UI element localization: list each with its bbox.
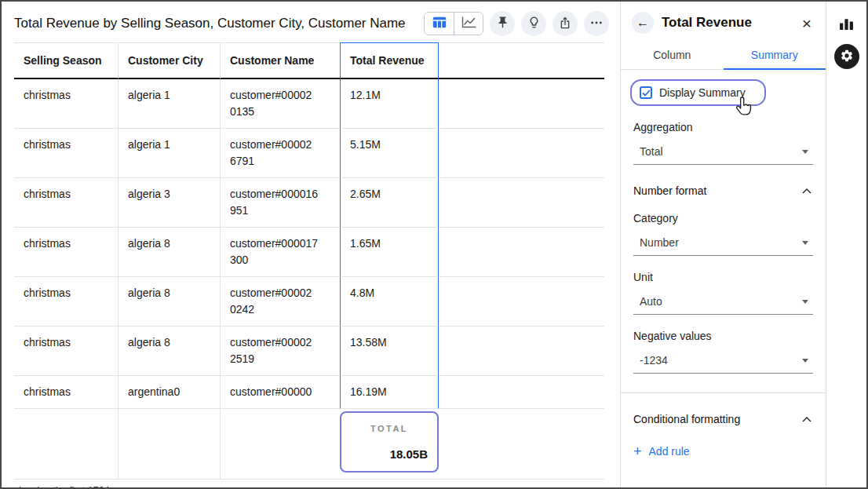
table-cell[interactable]: christmas [14,277,119,327]
summary-row: TOTAL 18.05B [14,409,604,480]
aggregation-field: Aggregation Total [633,121,813,165]
column-header-customer-city[interactable]: Customer City [119,42,221,79]
table-cell[interactable]: customer#00002 0242 [221,277,340,327]
more-button[interactable] [584,11,609,36]
table-view-button[interactable] [425,13,454,35]
conditional-formatting-header: Conditional formatting [633,413,813,425]
add-rule-label: Add rule [649,445,690,458]
share-button[interactable] [553,11,578,36]
negative-values-label: Negative values [633,330,813,342]
table-cell[interactable]: customer#000016 951 [221,178,340,228]
column-header-customer-name[interactable]: Customer Name [221,42,340,79]
answer-area: Total Revenue by Selling Season, Custome… [2,2,621,487]
panel-tabs: Column Summary [621,41,826,70]
view-switcher [424,12,483,35]
table-cell[interactable]: 13.58M [340,327,439,376]
table-cell[interactable]: 1.65M [340,228,439,277]
collapse-conditional-formatting-button[interactable] [801,415,813,424]
table-cell[interactable]: customer#00002 0135 [221,79,340,129]
tab-summary[interactable]: Summary [724,41,826,70]
table-cell[interactable]: algeria 3 [119,178,221,228]
unit-select[interactable]: Auto [633,290,813,315]
category-field: Category Number [633,212,813,256]
close-icon: × [802,14,811,32]
table-cell[interactable]: algeria 1 [119,79,221,129]
chevron-up-icon [802,417,811,422]
caret-down-icon [802,241,808,245]
display-summary-label: Display Summary [659,86,746,99]
table-row: christmas algeria 8 customer#000017 300 … [14,228,604,277]
plus-icon: + [633,444,642,458]
share-icon [559,16,571,31]
table-row: christmas algeria 3 customer#000016 951 … [14,178,604,228]
negative-values-field: Negative values -1234 [633,330,813,374]
display-summary-option[interactable]: Display Summary [630,79,766,106]
table-cell[interactable]: 5.15M [340,129,439,178]
table-cell[interactable]: 16.19M [340,376,439,409]
table-cell[interactable]: argentina0 [119,376,221,409]
category-label: Category [633,212,813,224]
table-row: christmas algeria 1 customer#00002 6791 … [14,129,604,178]
gear-icon [840,49,854,65]
hand-cursor-icon [734,97,753,121]
insights-button[interactable] [521,11,546,36]
more-icon [590,16,603,31]
table-row: christmas algeria 8 customer#00002 0242 … [14,277,604,327]
column-header-total-revenue[interactable]: Total Revenue [340,42,439,79]
table-cell[interactable]: christmas [14,327,119,376]
chart-view-button[interactable] [454,13,483,35]
table-cell[interactable]: customer#00000 [221,376,340,409]
answer-title: Total Revenue by Selling Season, Custome… [14,16,406,31]
caret-down-icon [802,359,808,363]
table-cell[interactable]: christmas [14,178,119,228]
answer-toolbar [424,11,609,36]
panel-header: ← Total Revenue × [621,2,826,41]
table-cell[interactable]: customer#00002 6791 [221,129,340,178]
check-icon [642,89,651,97]
table-cell[interactable]: customer#000017 300 [221,228,340,277]
caret-down-icon [802,150,808,154]
display-summary-checkbox[interactable] [640,86,652,99]
back-button[interactable]: ← [632,12,654,34]
chart-panel-button[interactable] [839,16,854,33]
close-button[interactable]: × [797,13,816,33]
lightbulb-icon [527,16,541,31]
panel-title: Total Revenue [662,15,790,31]
settings-button[interactable] [834,44,859,69]
table-cell[interactable]: christmas [14,228,119,277]
pin-button[interactable] [490,11,515,36]
table-cell[interactable]: customer#00002 2519 [221,327,340,376]
collapse-number-format-button[interactable] [801,187,813,195]
pin-icon [496,16,509,31]
table-row: christmas algeria 1 customer#00002 0135 … [14,79,604,129]
table-row: christmas algeria 8 customer#00002 2519 … [14,327,604,376]
results-table-wrap: Selling Season Customer City Customer Na… [2,42,620,480]
summary-total-value: 18.05B [351,446,428,462]
column-header-empty [439,42,604,79]
table-cell[interactable]: christmas [14,376,119,409]
negative-values-select[interactable]: -1234 [633,349,813,374]
category-value: Number [640,236,679,249]
number-format-header: Number format [633,184,813,197]
add-rule-link[interactable]: + Add rule [633,444,813,458]
table-cell[interactable]: 4.8M [340,277,439,327]
table-cell[interactable]: algeria 1 [119,129,221,178]
column-header-selling-season[interactable]: Selling Season [14,42,119,79]
table-cell[interactable]: christmas [14,129,119,178]
app-window: Total Revenue by Selling Season, Custome… [0,0,868,489]
table-cell[interactable]: christmas [14,79,119,129]
table-cell[interactable]: algeria 8 [119,228,221,277]
aggregation-select[interactable]: Total [633,140,813,165]
table-row: christmas argentina0 customer#00000 16.1… [14,376,604,409]
table-cell[interactable]: algeria 8 [119,277,221,327]
table-cell[interactable]: 2.65M [340,178,439,228]
tab-column[interactable]: Column [621,41,724,69]
bar-chart-icon [839,16,854,33]
unit-field: Unit Auto [633,271,813,315]
divider [621,392,826,393]
category-select[interactable]: Number [633,232,813,256]
negative-values-value: -1234 [640,354,668,367]
table-cell[interactable]: algeria 8 [119,327,221,376]
table-cell[interactable]: 12.1M [340,79,439,129]
conditional-formatting-label: Conditional formatting [633,413,740,425]
